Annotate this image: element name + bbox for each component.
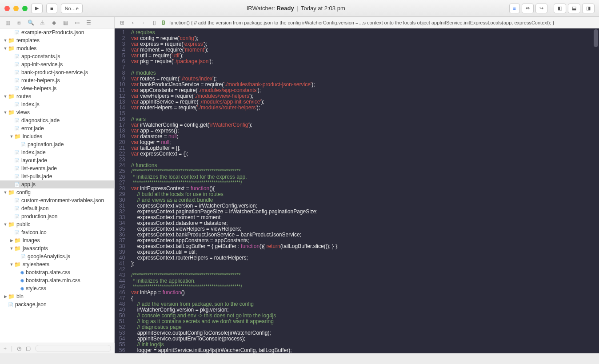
file-row[interactable]: 📄pagination.jade [0, 140, 114, 148]
code-content[interactable]: // requires var config = require('config… [128, 28, 599, 353]
disclosure-triangle[interactable]: ▼ [3, 46, 8, 51]
disclosure-triangle[interactable]: ▼ [3, 110, 8, 115]
report-nav-icon[interactable]: ☰ [85, 20, 92, 26]
file-icon: 📄 [14, 158, 20, 163]
tree-item-label: routes [16, 93, 31, 100]
editor-options-button[interactable]: ≡ [509, 4, 520, 13]
folder-row[interactable]: ▶📁images [0, 236, 114, 244]
recent-filter-icon[interactable]: ◷ [17, 345, 21, 352]
file-row[interactable]: 📄view-helpers.js [0, 84, 114, 92]
issue-nav-icon[interactable]: ⚠ [39, 20, 45, 26]
function-icon: f [162, 20, 165, 25]
folder-row[interactable]: ▼📁includes [0, 132, 114, 140]
file-row[interactable]: 📄custom-environment-variables.json [0, 196, 114, 204]
disclosure-triangle[interactable]: ▼ [3, 94, 8, 99]
folder-row[interactable]: ▼📁config [0, 188, 114, 196]
file-row[interactable]: 📄bank-product-json-service.js [0, 68, 114, 76]
project-nav-icon[interactable]: ▥ [4, 20, 11, 26]
disclosure-triangle[interactable]: ▼ [9, 134, 14, 139]
tree-item-label: bootstrap.slate.min.css [26, 277, 80, 284]
related-items-icon[interactable]: ⊞ [119, 20, 125, 26]
folder-row[interactable]: ▼📁views [0, 108, 114, 116]
file-row[interactable]: 📄list-events.jade [0, 164, 114, 172]
comparison-button[interactable]: ⇔ [522, 4, 534, 13]
file-row[interactable]: 📄favicon.ico [0, 228, 114, 236]
project-navigator[interactable]: 📄example-anzProducts.json▼📁templates▼📁mo… [0, 28, 115, 343]
file-row[interactable]: 📄layout.jade [0, 156, 114, 164]
disclosure-triangle[interactable]: ▼ [3, 190, 8, 195]
tree-item-label: custom-environment-variables.json [21, 197, 104, 204]
zoom-window-button[interactable] [22, 6, 28, 11]
tree-item-label: bin [16, 293, 24, 300]
file-row[interactable]: 📄default.json [0, 204, 114, 212]
symbol-nav-icon[interactable]: ⧈ [16, 20, 22, 26]
folder-row[interactable]: ▼📁javascripts [0, 244, 114, 252]
file-row[interactable]: 📄package.json [0, 300, 114, 308]
related-button[interactable]: ↪ [535, 4, 547, 13]
file-row[interactable]: 📄app-init-service.js [0, 60, 114, 68]
bottom-panel-toggle[interactable]: ⬓ [568, 4, 580, 13]
file-row[interactable]: 📄diagnostics.jade [0, 116, 114, 124]
file-row[interactable]: 📄app-constants.js [0, 52, 114, 60]
breadcrumb[interactable]: function() { // add the version from pac… [169, 20, 595, 25]
add-button[interactable]: + [4, 345, 7, 352]
file-icon: 📄 [14, 182, 20, 187]
file-row[interactable]: 📄error.jade [0, 124, 114, 132]
disclosure-triangle[interactable]: ▼ [9, 246, 14, 251]
folder-row[interactable]: ▼📁routes [0, 92, 114, 100]
debug-nav-icon[interactable]: ▦ [62, 20, 68, 26]
disclosure-triangle[interactable]: ▼ [9, 262, 14, 267]
breakpoint-nav-icon[interactable]: ▭ [74, 20, 80, 26]
file-icon: 📄 [14, 118, 20, 123]
tree-item-label: example-anzProducts.json [21, 29, 84, 36]
disclosure-triangle[interactable]: ▶ [3, 294, 8, 299]
test-nav-icon[interactable]: ◆ [51, 20, 57, 26]
file-icon: 📄 [14, 166, 20, 171]
folder-row[interactable]: ▼📁stylesheets [0, 260, 114, 268]
stop-icon: ■ [50, 6, 53, 11]
tree-item-label: production.json [21, 213, 57, 220]
file-row[interactable]: ◉style.css [0, 284, 114, 292]
file-row[interactable]: ◉bootstrap.slate.css [0, 268, 114, 276]
scrollbar-thumb[interactable] [594, 29, 598, 47]
disclosure-triangle[interactable]: ▶ [9, 238, 14, 243]
folder-row[interactable]: ▼📁templates [0, 36, 114, 44]
file-row[interactable]: 📄production.json [0, 212, 114, 220]
file-row[interactable]: 📄app.js [0, 180, 114, 188]
file-row[interactable]: ◉bootstrap.slate.min.css [0, 276, 114, 284]
back-button[interactable]: ‹ [130, 20, 136, 26]
main-area: 📄example-anzProducts.json▼📁templates▼📁mo… [0, 28, 599, 353]
folder-row[interactable]: ▼📁modules [0, 44, 114, 52]
file-icon: 📄 [14, 86, 20, 91]
folder-icon: 📁 [8, 45, 15, 52]
file-row[interactable]: 📄example-anzProducts.json [0, 28, 114, 36]
file-row[interactable]: 📄list-pulls.jade [0, 172, 114, 180]
scheme-select[interactable]: No…e [61, 4, 83, 13]
left-panel-toggle[interactable]: ◧ [554, 4, 566, 13]
folder-row[interactable]: ▶📁bin [0, 292, 114, 300]
file-icon: 📄 [20, 254, 26, 259]
search-nav-icon[interactable]: 🔍 [28, 20, 34, 26]
stop-button[interactable]: ■ [46, 4, 57, 13]
scm-filter-icon[interactable]: ▢ [26, 345, 31, 352]
window-title: IRWatcher: Ready|Today at 2:03 pm [86, 5, 506, 12]
file-row[interactable]: 📄index.js [0, 100, 114, 108]
forward-button[interactable]: › [140, 20, 147, 26]
disclosure-triangle[interactable]: ▼ [3, 222, 8, 227]
close-window-button[interactable] [4, 6, 10, 11]
run-button[interactable]: ▶ [31, 4, 43, 13]
file-row[interactable]: 📄index.jade [0, 148, 114, 156]
tree-item-label: router-helpers.js [21, 77, 60, 84]
minimize-window-button[interactable] [13, 6, 19, 11]
editor-scrollbar[interactable] [593, 28, 599, 353]
folder-row[interactable]: ▼📁public [0, 220, 114, 228]
folder-icon: 📁 [8, 293, 15, 300]
filter-field[interactable] [35, 345, 111, 352]
code-editor[interactable]: 1 2 3 4 5 6 7 8 9 10 11 12 13 14 15 16 1… [115, 28, 599, 353]
folder-icon: 📁 [8, 221, 15, 228]
disclosure-triangle[interactable]: ▼ [3, 38, 8, 43]
file-row[interactable]: 📄googleAnalytics.js [0, 252, 114, 260]
tree-item-label: app-constants.js [21, 53, 60, 60]
file-row[interactable]: 📄router-helpers.js [0, 76, 114, 84]
right-panel-toggle[interactable]: ◨ [582, 4, 595, 13]
